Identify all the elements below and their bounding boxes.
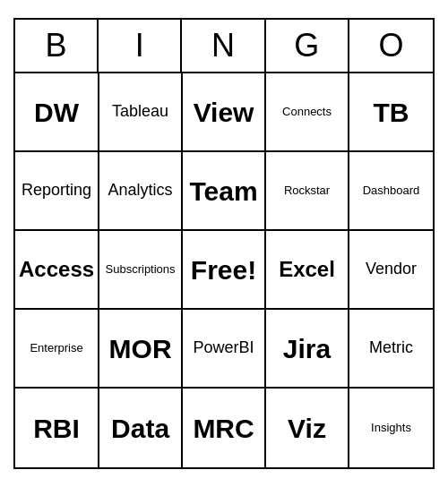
cell-text: Dashboard (363, 184, 420, 197)
bingo-cell: Jira (266, 310, 349, 389)
cell-text: DW (34, 98, 79, 127)
bingo-cell: Data (99, 389, 183, 467)
cell-text: Free! (191, 255, 256, 285)
cell-text: Enterprise (30, 342, 82, 355)
cell-text: PowerBI (194, 339, 254, 357)
cell-text: Excel (279, 258, 335, 281)
cell-text: Metric (369, 339, 413, 357)
bingo-header-cell: O (349, 20, 433, 72)
cell-text: Analytics (108, 182, 173, 200)
bingo-cell: Viz (266, 389, 349, 467)
bingo-cell: MOR (99, 310, 183, 389)
cell-text: Rockstar (284, 184, 330, 197)
cell-text: View (194, 98, 254, 127)
cell-text: RBI (33, 414, 80, 443)
bingo-header-cell: G (266, 20, 349, 72)
cell-text: Tableau (112, 103, 168, 121)
bingo-cell: Analytics (99, 152, 183, 231)
cell-text: Team (189, 176, 257, 206)
bingo-card: BINGO DWTableauViewConnectsTBReportingAn… (13, 18, 435, 469)
cell-text: Data (111, 414, 169, 443)
bingo-cell: Team (183, 152, 266, 231)
bingo-header-cell: I (99, 20, 182, 72)
bingo-cell: Access (15, 231, 99, 310)
cell-text: Access (19, 258, 94, 281)
bingo-cell: DW (15, 73, 99, 152)
bingo-cell: Subscriptions (99, 231, 183, 310)
cell-text: Vendor (366, 261, 417, 278)
bingo-cell: Dashboard (349, 152, 433, 231)
bingo-cell: TB (349, 73, 433, 152)
bingo-cell: Reporting (15, 152, 99, 231)
bingo-grid: DWTableauViewConnectsTBReportingAnalytic… (15, 73, 433, 467)
cell-text: MOR (109, 334, 172, 363)
bingo-cell: MRC (183, 389, 266, 467)
bingo-cell: Metric (349, 310, 433, 389)
bingo-cell: RBI (15, 389, 99, 467)
bingo-cell: Connects (266, 73, 349, 152)
bingo-cell: PowerBI (183, 310, 266, 389)
bingo-header: BINGO (15, 20, 433, 73)
bingo-cell: View (183, 73, 266, 152)
bingo-cell: Rockstar (266, 152, 349, 231)
bingo-cell: Tableau (99, 73, 183, 152)
cell-text: Subscriptions (106, 263, 176, 276)
bingo-header-cell: N (182, 20, 265, 72)
bingo-cell: Excel (266, 231, 349, 310)
bingo-header-cell: B (15, 20, 99, 72)
cell-text: Viz (288, 414, 326, 443)
bingo-cell: Vendor (349, 231, 433, 310)
bingo-cell: Insights (349, 389, 433, 467)
bingo-cell: Enterprise (15, 310, 99, 389)
cell-text: Reporting (22, 182, 91, 200)
cell-text: Connects (282, 106, 332, 118)
cell-text: Jira (283, 334, 331, 363)
cell-text: TB (374, 98, 409, 127)
bingo-cell: Free! (183, 231, 266, 310)
cell-text: Insights (371, 422, 411, 434)
cell-text: MRC (193, 414, 254, 443)
